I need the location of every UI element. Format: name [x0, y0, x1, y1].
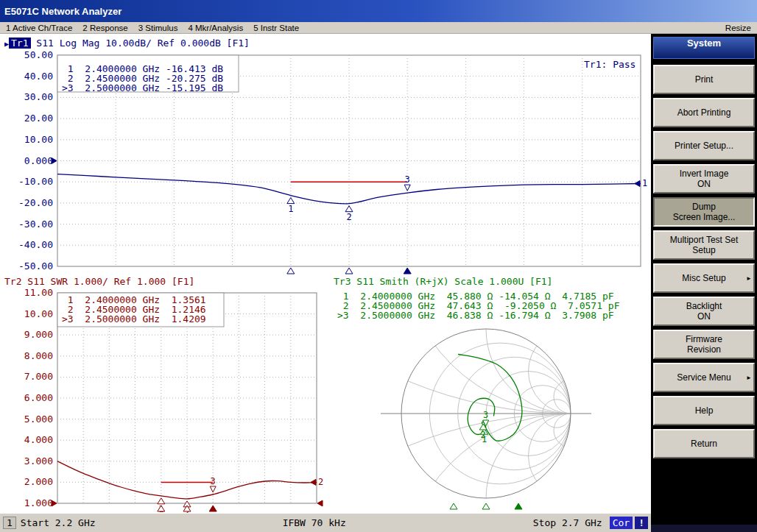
softkey-list: PrintAbort PrintingPrinter Setup...Inver… [651, 65, 757, 458]
softkey-label: Abort Printing [677, 107, 731, 118]
tr1-y-tick-label: 0.000 [24, 155, 53, 166]
trace1-header-text: S11 Log Mag 10.00dB/ Ref 0.000dB [F1] [36, 38, 250, 49]
softkey-invert-image-on[interactable]: Invert ImageON [653, 164, 755, 194]
trace2-name: Tr2 [4, 276, 21, 287]
trace3-header-text: S11 Smith (R+jX) Scale 1.000U [F1] [356, 276, 552, 287]
menu-item-1-active-ch-trace[interactable]: 1 Active Ch/Trace [6, 24, 72, 32]
softkey-label: Firmware [686, 334, 722, 344]
softkey-firmware-revision[interactable]: FirmwareRevision [653, 330, 755, 359]
softkey-label: Screen Image... [673, 212, 736, 222]
trace1-marker-readout: 1 2.4000000 GHz -16.413 dB 2 2.4500000 G… [62, 64, 223, 93]
tr2-marker-3[interactable] [210, 486, 216, 492]
tr2-y-tick-label: 1.000 [24, 497, 53, 508]
tr1-marker-3[interactable] [404, 185, 410, 191]
tr1-stimulus-marker-3 [404, 268, 411, 274]
tr2-y-tick-label: 9.000 [24, 329, 53, 340]
softkey-label: Service Menu [677, 372, 730, 383]
tr2-y-tick-label: 3.000 [24, 455, 53, 467]
softkey-print[interactable]: Print [653, 65, 755, 94]
tr1-marker-2[interactable] [345, 206, 353, 212]
softkey-backlight-on[interactable]: BacklightON [653, 297, 755, 326]
tr2-ref-level-indicator [52, 500, 57, 506]
tr3-trace [458, 355, 522, 441]
trace3-name: Tr3 [334, 276, 351, 287]
submenu-arrow-icon: ► [746, 375, 752, 381]
tr3-reactance-arc [401, 75, 651, 414]
resize-button[interactable]: Resize [725, 24, 751, 32]
tr3-stimulus-marker-1 [450, 503, 457, 509]
submenu-arrow-icon: ► [746, 275, 752, 282]
tr2-trace-number: 2 [318, 477, 323, 487]
tr2-y-tick-label: 7.000 [24, 371, 53, 382]
tr1-y-tick-label: -10.00 [18, 176, 53, 187]
menu-items: 1 Active Ch/Trace2 Response3 Stimulus4 M… [6, 24, 299, 32]
trace1-header[interactable]: ▶Tr1 S11 Log Mag 10.00dB/ Ref 0.000dB [F… [4, 38, 250, 49]
window-titlebar: E5071C Network Analyzer [0, 0, 757, 22]
status-ifbw: IFBW 70 kHz [283, 517, 346, 528]
tr1-y-tick-label: -20.00 [18, 197, 53, 208]
status-cor-badge: Cor [610, 517, 633, 529]
tr1-y-tick-label: -30.00 [18, 219, 53, 230]
softkey-label: Printer Setup... [675, 141, 733, 151]
softkey-dump-screen-image[interactable]: DumpScreen Image... [653, 197, 755, 227]
menu-item-3-stimulus[interactable]: 3 Stimulus [138, 24, 178, 32]
status-start-frequency: Start 2.2 GHz [21, 517, 96, 528]
tr1-y-tick-label: 20.00 [24, 113, 53, 124]
marker-readout-row: >3 2.5000000 GHz -15.195 dB [62, 83, 223, 93]
softkey-label: Misc Setup [682, 273, 725, 283]
plots-canvas: 50.0040.0030.0020.0010.000.000-10.00-20.… [0, 34, 651, 513]
menu-bar: 1 Active Ch/Trace2 Response3 Stimulus4 M… [0, 22, 757, 34]
softkey-misc-setup[interactable]: Misc Setup► [653, 263, 755, 293]
tr1-stimulus-marker-2 [345, 268, 353, 274]
tr1-marker-1-label: 1 [288, 204, 293, 214]
tr1-trace-end-indicator [635, 180, 640, 186]
tr2-y-tick-label: 6.000 [24, 392, 53, 403]
softkey-multiport-test-set-setup[interactable]: Multiport Test SetSetup [653, 230, 755, 260]
status-bar: 1 Start 2.2 GHz IFBW 70 kHz Stop 2.7 GHz… [0, 513, 651, 532]
menu-item-5-instr-state[interactable]: 5 Instr State [253, 24, 299, 32]
trace1-pass-status: Tr1: Pass [584, 59, 635, 70]
tr1-y-tick-label: 30.00 [24, 91, 53, 102]
menu-item-2-response[interactable]: 2 Response [82, 24, 127, 32]
tr2-y-tick-label: 4.000 [24, 434, 53, 445]
tr3-reactance-arc [486, 244, 651, 414]
tr3-reactance-arc [147, 414, 651, 513]
tr1-ref-level-indicator [52, 158, 57, 164]
tr2-stimulus-marker-3 [209, 506, 216, 511]
instrument-screen: E5071C Network Analyzer 1 Active Ch/Trac… [0, 0, 757, 532]
tr1-stimulus-marker-1 [287, 268, 295, 274]
window-title: E5071C Network Analyzer [0, 6, 122, 17]
trace1-chip[interactable]: Tr1 [9, 38, 30, 49]
softkey-help[interactable]: Help [653, 396, 755, 425]
softkey-label: Setup [692, 245, 715, 255]
softkey-label: Return [691, 439, 717, 449]
menu-item-4-mkr-analysis[interactable]: 4 Mkr/Analysis [188, 24, 243, 32]
tr3-reactance-arc [529, 414, 613, 498]
tr2-trace-end-indicator [311, 479, 316, 485]
softkey-label: Invert Image [680, 169, 729, 179]
softkey-label: ON [697, 179, 711, 189]
tr2-y-tick-label: 5.000 [24, 414, 53, 425]
softkey-printer-setup[interactable]: Printer Setup... [653, 131, 755, 160]
softkey-label: Multiport Test Set [670, 235, 738, 245]
tr1-y-tick-label: 50.00 [24, 49, 53, 60]
tr3-reactance-arc [529, 329, 613, 414]
tr2-marker-1[interactable] [158, 498, 165, 504]
tr2-ref-level-indicator-right [317, 500, 323, 506]
trace3-header[interactable]: Tr3 S11 Smith (R+jX) Scale 1.000U [F1] [334, 276, 552, 287]
tr1-y-tick-label: 40.00 [24, 71, 53, 82]
trace3-marker-readout: 1 2.4000000 GHz 45.880 Ω -14.054 Ω 4.718… [337, 291, 620, 320]
tr1-marker-3-label: 3 [405, 174, 410, 185]
softkey-sidebar: System PrintAbort PrintingPrinter Setup.… [651, 34, 757, 532]
softkey-abort-printing[interactable]: Abort Printing [653, 98, 755, 127]
tr3-stimulus-marker-3 [515, 503, 522, 509]
tr1-marker-1[interactable] [287, 198, 295, 204]
trace2-header[interactable]: Tr2 S11 SWR 1.000/ Ref 1.000 [F1] [4, 276, 194, 287]
tr3-stimulus-marker-2 [482, 503, 490, 509]
softkey-label: Dump [692, 202, 716, 212]
marker-readout-row: >3 2.5000000 GHz 46.838 Ω -16.794 Ω 3.79… [337, 311, 620, 320]
tr1-marker-2-label: 2 [346, 212, 351, 222]
softkey-service-menu[interactable]: Service Menu► [653, 363, 755, 392]
softkey-return[interactable]: Return [653, 429, 755, 458]
tr3-reactance-arc [401, 414, 651, 513]
